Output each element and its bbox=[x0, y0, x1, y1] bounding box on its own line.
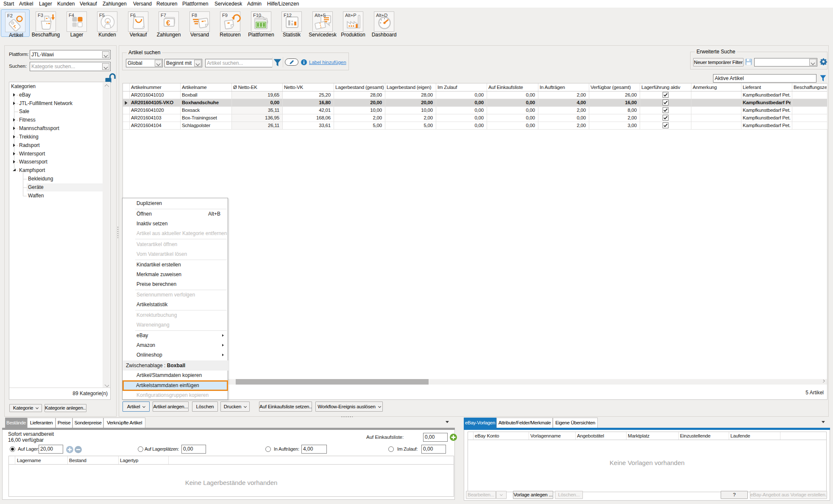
svg-text:€: € bbox=[166, 19, 170, 27]
